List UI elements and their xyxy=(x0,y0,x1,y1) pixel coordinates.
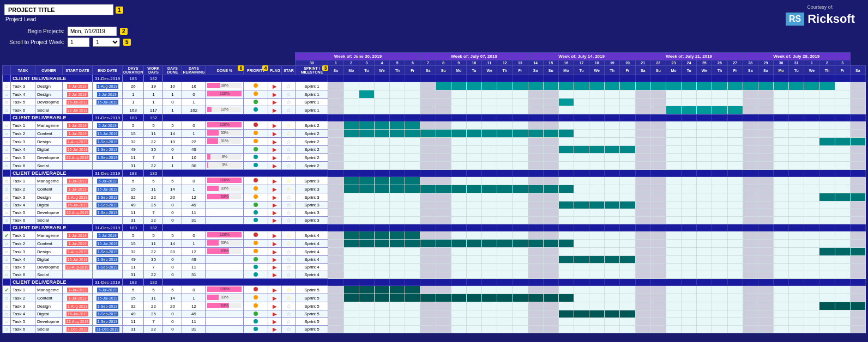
task-check[interactable]: ○ xyxy=(3,209,11,217)
task-owner: Design xyxy=(35,302,63,310)
gantt-cell xyxy=(359,231,374,240)
task-sprint: Sprint 5 xyxy=(296,318,328,326)
gantt-cell xyxy=(743,217,758,224)
task-check[interactable]: ○ xyxy=(3,121,11,130)
task-check[interactable]: ○ xyxy=(3,294,11,302)
task-star: ☆ xyxy=(282,201,296,209)
gantt-cell xyxy=(682,146,697,154)
task-check[interactable]: ○ xyxy=(3,177,11,185)
task-check[interactable]: ○ xyxy=(3,82,11,90)
task-check[interactable]: ○ xyxy=(3,162,11,170)
task-check[interactable]: ○ xyxy=(3,326,11,333)
task-check[interactable]: ○ xyxy=(3,130,11,138)
gantt-cell xyxy=(390,193,405,201)
gantt-cell xyxy=(528,326,543,333)
client-duration: 183 xyxy=(123,75,144,82)
task-check[interactable]: ○ xyxy=(3,201,11,209)
col-end: END DATE xyxy=(93,66,123,75)
gantt-cell xyxy=(635,121,650,130)
gantt-cell xyxy=(451,209,466,217)
gantt-cell xyxy=(420,121,436,130)
gantt-cell xyxy=(850,264,865,271)
scroll-week-select[interactable]: 123 xyxy=(93,38,120,47)
gantt-cell xyxy=(451,264,466,271)
gantt-cell xyxy=(543,209,558,217)
gantt-cell xyxy=(497,248,513,256)
gantt-cell xyxy=(819,294,835,302)
gantt-cell xyxy=(758,82,773,90)
gantt-cell xyxy=(343,302,359,310)
task-check[interactable]: ○ xyxy=(3,99,11,106)
task-owner: Developme xyxy=(35,154,63,162)
task-check[interactable]: ○ xyxy=(3,185,11,193)
gantt-cell xyxy=(390,201,405,209)
gantt-cell xyxy=(635,286,650,294)
task-check[interactable]: ○ xyxy=(3,318,11,326)
scroll-week-input[interactable] xyxy=(68,38,89,47)
task-end: 1-Sep-2019 xyxy=(93,193,123,201)
gantt-cell xyxy=(513,271,528,279)
project-title-text[interactable]: PROJECT TITLE xyxy=(4,4,113,15)
day-number-row: 30 1 2 3 4 5 6 7 8 9 10 11 12 13 14 xyxy=(3,60,866,66)
gantt-cell xyxy=(528,286,543,294)
gantt-cell xyxy=(497,201,513,209)
day-30: 30 xyxy=(296,60,328,66)
task-check[interactable]: ✔ xyxy=(3,231,11,240)
gantt-cell xyxy=(819,318,835,326)
gantt-cell xyxy=(789,121,804,130)
title-badge: 1 xyxy=(116,7,123,14)
task-check[interactable]: ○ xyxy=(3,264,11,271)
gantt-cell xyxy=(558,240,574,248)
gantt-cell xyxy=(558,264,574,271)
gantt-cell xyxy=(789,318,804,326)
task-start: 1-Jul-2019 xyxy=(63,177,93,185)
task-star: ☆ xyxy=(282,82,296,90)
task-check[interactable]: ○ xyxy=(3,154,11,162)
task-check[interactable]: ✔ xyxy=(3,286,11,294)
task-check[interactable]: ○ xyxy=(3,138,11,146)
gantt-cell xyxy=(528,154,543,162)
task-check[interactable]: ○ xyxy=(3,146,11,154)
task-check[interactable]: ○ xyxy=(3,106,11,114)
task-check[interactable]: ○ xyxy=(3,90,11,99)
task-flag: ▶ xyxy=(268,90,282,99)
gantt-cell xyxy=(804,271,819,279)
task-workdays: 35 xyxy=(144,146,163,154)
gantt-cell xyxy=(697,121,712,130)
gantt-cell xyxy=(712,209,727,217)
task-end: 5-Jul-2019 xyxy=(93,121,123,130)
gantt-cell xyxy=(328,130,343,138)
gantt-cell xyxy=(620,318,635,326)
task-check[interactable]: ○ xyxy=(3,302,11,310)
day-28: 28 xyxy=(743,60,758,66)
gantt-cell xyxy=(850,146,865,154)
gantt-cell xyxy=(436,264,451,271)
task-check[interactable]: ○ xyxy=(3,271,11,279)
task-check[interactable]: ○ xyxy=(3,248,11,256)
task-check[interactable]: ○ xyxy=(3,310,11,318)
gantt-cell xyxy=(850,82,865,90)
task-end: 1-Sep-2019 xyxy=(93,138,123,146)
task-name: Task 5 xyxy=(11,264,35,271)
task-check[interactable]: ○ xyxy=(3,240,11,248)
gantt-cell xyxy=(482,286,497,294)
gantt-cell xyxy=(605,130,620,138)
gantt-cell xyxy=(558,286,574,294)
task-check[interactable]: ○ xyxy=(3,256,11,264)
task-check[interactable]: ○ xyxy=(3,217,11,224)
gantt-cell xyxy=(589,193,605,201)
task-remaining: 49 xyxy=(182,201,206,209)
gantt-cell xyxy=(528,130,543,138)
gantt-cell xyxy=(543,217,558,224)
gantt-cell xyxy=(635,201,650,209)
gantt-cell xyxy=(727,121,743,130)
gantt-cell xyxy=(543,310,558,318)
gantt-cell xyxy=(819,302,835,310)
gantt-cell xyxy=(589,256,605,264)
begin-date-input[interactable] xyxy=(68,27,117,36)
gantt-cell xyxy=(497,162,513,170)
gantt-cell xyxy=(466,154,481,162)
task-done: 0 xyxy=(163,264,182,271)
gantt-cell xyxy=(650,138,666,146)
task-check[interactable]: ○ xyxy=(3,193,11,201)
